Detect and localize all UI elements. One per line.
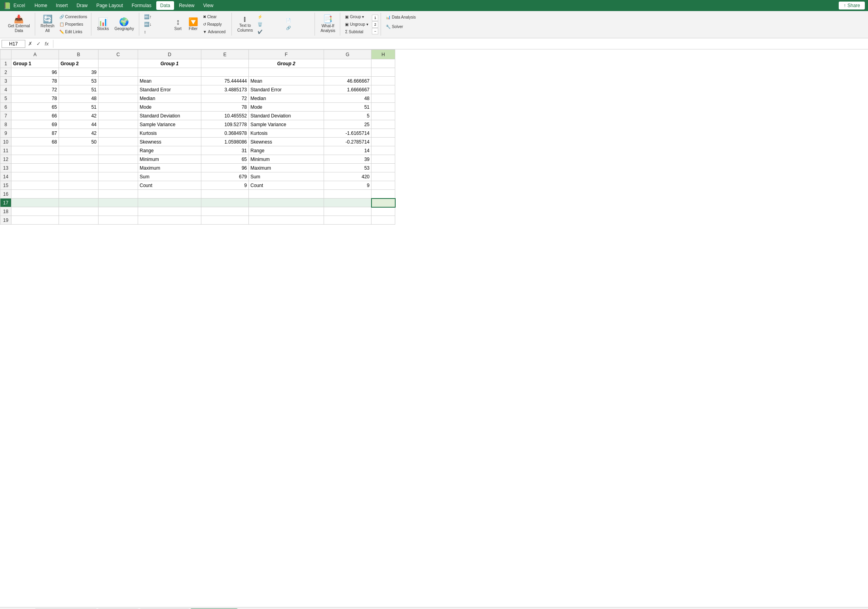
cell-G2[interactable] xyxy=(324,68,371,77)
cell-F13[interactable]: Maximum xyxy=(249,164,324,172)
cell-D16[interactable] xyxy=(138,190,201,199)
ungroup-button[interactable]: ▣ Ungroup ▾ xyxy=(343,21,371,28)
refresh-all-button[interactable]: 🔄 RefreshAll xyxy=(38,13,57,36)
filter-button[interactable]: 🔽 Filter xyxy=(186,13,201,36)
cell-E10[interactable]: 1.0598086 xyxy=(201,138,249,146)
cell-A5[interactable]: 78 xyxy=(11,94,59,103)
cell-A8[interactable]: 69 xyxy=(11,120,59,129)
cell-F12[interactable]: Minimum xyxy=(249,155,324,164)
edit-links-button[interactable]: ✏️ Edit Links xyxy=(58,28,89,35)
cell-C18[interactable] xyxy=(99,207,138,216)
cell-G3[interactable]: 46.666667 xyxy=(324,77,371,85)
cell-C13[interactable] xyxy=(99,164,138,172)
cell-G6[interactable]: 51 xyxy=(324,103,371,112)
cell-B8[interactable]: 44 xyxy=(59,120,99,129)
cell-F16[interactable] xyxy=(249,190,324,199)
cell-G4[interactable]: 1.6666667 xyxy=(324,85,371,94)
flash-fill-button[interactable]: ⚡ xyxy=(256,13,284,20)
cell-E5[interactable]: 72 xyxy=(201,94,249,103)
cell-A12[interactable] xyxy=(11,155,59,164)
cell-G5[interactable]: 48 xyxy=(324,94,371,103)
cell-C6[interactable] xyxy=(99,103,138,112)
row-header-12[interactable]: 12 xyxy=(0,155,11,164)
cell-E12[interactable]: 65 xyxy=(201,155,249,164)
cell-B12[interactable] xyxy=(59,155,99,164)
cell-H7[interactable] xyxy=(371,112,395,120)
cell-C12[interactable] xyxy=(99,155,138,164)
cell-B6[interactable]: 51 xyxy=(59,103,99,112)
cell-E9[interactable]: 0.3684978 xyxy=(201,129,249,138)
cell-B7[interactable]: 42 xyxy=(59,112,99,120)
cell-A7[interactable]: 66 xyxy=(11,112,59,120)
cell-E17[interactable] xyxy=(201,199,249,207)
row-header-9[interactable]: 9 xyxy=(0,129,11,138)
cancel-formula-button[interactable]: ✗ xyxy=(27,41,34,47)
outline-2-button[interactable]: 2 xyxy=(372,21,378,28)
cell-A18[interactable] xyxy=(11,207,59,216)
cell-D11[interactable]: Range xyxy=(138,146,201,155)
cell-G13[interactable]: 53 xyxy=(324,164,371,172)
cell-B14[interactable] xyxy=(59,172,99,181)
cell-D5[interactable]: Median xyxy=(138,94,201,103)
col-header-A[interactable]: A xyxy=(11,50,59,59)
cell-A6[interactable]: 65 xyxy=(11,103,59,112)
row-header-6[interactable]: 6 xyxy=(0,103,11,112)
cell-H2[interactable] xyxy=(371,68,395,77)
cell-F19[interactable] xyxy=(249,216,324,225)
menu-draw[interactable]: Draw xyxy=(72,1,91,10)
cell-H11[interactable] xyxy=(371,146,395,155)
sort-za2-button[interactable]: ↕️ xyxy=(142,28,170,35)
confirm-formula-button[interactable]: ✓ xyxy=(35,41,42,47)
cell-A11[interactable] xyxy=(11,146,59,155)
row-header-17[interactable]: 17 xyxy=(0,199,11,207)
row-header-18[interactable]: 18 xyxy=(0,207,11,216)
cell-C19[interactable] xyxy=(99,216,138,225)
col-header-F[interactable]: F xyxy=(249,50,324,59)
cell-C15[interactable] xyxy=(99,181,138,190)
formula-input[interactable] xyxy=(57,40,866,47)
col-header-C[interactable]: C xyxy=(99,50,138,59)
outline-hide-button[interactable]: − xyxy=(372,28,378,34)
get-external-data-button[interactable]: 📥 Get ExternalData xyxy=(6,13,32,36)
cell-G15[interactable]: 9 xyxy=(324,181,371,190)
row-header-2[interactable]: 2 xyxy=(0,68,11,77)
cell-E16[interactable] xyxy=(201,190,249,199)
cell-D10[interactable]: Skewness xyxy=(138,138,201,146)
cell-C3[interactable] xyxy=(99,77,138,85)
cell-F2[interactable] xyxy=(249,68,324,77)
cell-F11[interactable]: Range xyxy=(249,146,324,155)
data-validation-button[interactable]: ✔️ xyxy=(256,28,284,35)
menu-home[interactable]: Home xyxy=(30,1,51,10)
row-header-7[interactable]: 7 xyxy=(0,112,11,120)
row-header-13[interactable]: 13 xyxy=(0,164,11,172)
cell-H17[interactable] xyxy=(371,199,395,207)
menu-page-layout[interactable]: Page Layout xyxy=(92,1,127,10)
cell-F10[interactable]: Skewness xyxy=(249,138,324,146)
menu-review[interactable]: Review xyxy=(175,1,198,10)
col-header-G[interactable]: G xyxy=(324,50,371,59)
cell-D1[interactable]: Group 1 xyxy=(138,59,201,68)
cell-F1[interactable]: Group 2 xyxy=(249,59,324,68)
cell-C14[interactable] xyxy=(99,172,138,181)
cell-G19[interactable] xyxy=(324,216,371,225)
menu-view[interactable]: View xyxy=(199,1,218,10)
cell-F3[interactable]: Mean xyxy=(249,77,324,85)
cell-F6[interactable]: Mode xyxy=(249,103,324,112)
cell-E14[interactable]: 679 xyxy=(201,172,249,181)
cell-B10[interactable]: 50 xyxy=(59,138,99,146)
cell-G8[interactable]: 25 xyxy=(324,120,371,129)
cell-E19[interactable] xyxy=(201,216,249,225)
row-header-11[interactable]: 11 xyxy=(0,146,11,155)
cell-D8[interactable]: Sample Variance xyxy=(138,120,201,129)
advanced-button[interactable]: ▼ Advanced xyxy=(201,28,229,35)
cell-H19[interactable] xyxy=(371,216,395,225)
row-header-1[interactable]: 1 xyxy=(0,59,11,68)
cell-A9[interactable]: 87 xyxy=(11,129,59,138)
cell-D13[interactable]: Maximum xyxy=(138,164,201,172)
row-header-14[interactable]: 14 xyxy=(0,172,11,181)
col-header-H[interactable]: H xyxy=(371,50,395,59)
remove-duplicates-button[interactable]: 🗑️ xyxy=(256,21,284,28)
cell-A14[interactable] xyxy=(11,172,59,181)
cell-F18[interactable] xyxy=(249,207,324,216)
cell-D7[interactable]: Standard Deviation xyxy=(138,112,201,120)
